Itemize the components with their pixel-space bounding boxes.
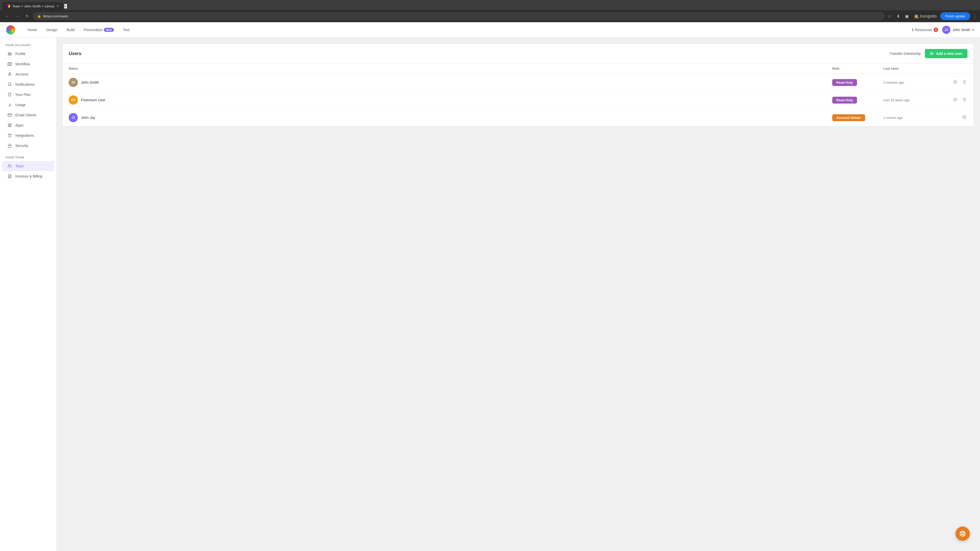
browser-nav: ← → ↻ 🔒 litmus.com/users ☆ ⬇ ▣ 🕵 Incogni…: [0, 10, 980, 22]
close-tab-button[interactable]: ✕: [56, 4, 59, 8]
main-content: Users Transfer Ownership Add a new user …: [56, 38, 980, 551]
col-actions: [947, 67, 967, 70]
avatar-john-smith: JS: [68, 78, 78, 87]
resources-button[interactable]: ℹ Resources 1: [912, 27, 938, 32]
finish-update-button[interactable]: Finish update: [940, 12, 970, 20]
sidebar-item-apps[interactable]: Apps: [2, 120, 54, 130]
address-bar[interactable]: 🔒 litmus.com/users: [33, 13, 884, 20]
sidebar-divider: [0, 151, 56, 156]
avatar-john-jay: JJ: [68, 113, 78, 122]
sidebar-item-team[interactable]: Team: [2, 161, 54, 171]
invoices-label: Invoices & Billing: [15, 174, 42, 178]
resources-count: 1: [934, 27, 938, 32]
file-icon: [7, 174, 12, 179]
user-menu[interactable]: JJ John Smith ▾: [942, 26, 974, 34]
role-badge-john-smith: Read-Only: [832, 79, 857, 86]
reload-button[interactable]: ↻: [24, 13, 31, 20]
delete-freemium[interactable]: [961, 97, 967, 103]
settings-john-smith[interactable]: [952, 79, 958, 86]
add-user-icon: [930, 52, 934, 56]
svg-rect-11: [8, 145, 11, 147]
app-logo[interactable]: [6, 25, 15, 35]
role-john-smith: Read-Only: [832, 79, 883, 86]
tab-bar: Team > John Smith > Litmus ✕ +: [0, 0, 980, 10]
user-name-john-smith: John Smith: [81, 80, 99, 84]
back-button[interactable]: ←: [3, 13, 11, 20]
nav-home[interactable]: Home: [24, 26, 41, 34]
tab-favicon: [6, 4, 10, 8]
user-name-john-jay: John Jay: [81, 116, 95, 120]
row-actions-john-jay: [947, 114, 967, 121]
sidebar-item-email-clients[interactable]: Email Clients: [2, 110, 54, 120]
user-info-john-jay: JJ John Jay: [68, 113, 832, 122]
split-view-button[interactable]: ▣: [904, 13, 910, 20]
camera-icon: [7, 51, 12, 56]
sidebar-item-your-plan[interactable]: Your Plan: [2, 89, 54, 100]
table-row: JJ John Jay Account Holder 1 minute ago: [62, 109, 974, 126]
download-button[interactable]: ⬇: [895, 13, 901, 20]
your-plan-label: Your Plan: [15, 93, 30, 97]
transfer-ownership-button[interactable]: Transfer Ownership: [889, 52, 921, 56]
account-label: Account: [15, 72, 28, 76]
new-tab-button[interactable]: +: [64, 4, 67, 9]
forward-button[interactable]: →: [13, 13, 21, 20]
role-freemium: Read-Only: [832, 97, 883, 103]
table-row: FU Freemium User Read-Only over 10 years…: [62, 91, 974, 109]
user-name-label: John Smith: [953, 28, 970, 32]
sidebar-item-security[interactable]: Security: [2, 141, 54, 151]
resources-label: Resources: [915, 28, 932, 32]
tab-title: Team > John Smith > Litmus: [12, 4, 54, 8]
mail-icon: [7, 113, 12, 118]
incognito-button[interactable]: 🕵 Incognito: [912, 13, 938, 20]
sidebar-item-usage[interactable]: Usage: [2, 100, 54, 110]
svg-point-19: [955, 99, 956, 100]
help-button[interactable]: [956, 527, 970, 541]
integrations-icon: [7, 133, 12, 138]
delete-john-smith[interactable]: [961, 79, 967, 86]
role-badge-john-jay: Account Holder: [832, 114, 865, 121]
integrations-label: Integrations: [15, 133, 34, 138]
more-options-button[interactable]: ⋮: [972, 14, 977, 19]
nav-build[interactable]: Build: [62, 26, 79, 34]
sidebar-item-workflow[interactable]: Workflow: [2, 59, 54, 69]
bell-icon: [7, 82, 12, 87]
person-icon: [7, 72, 12, 77]
col-name: Name: [68, 67, 832, 70]
col-role: Role: [832, 67, 883, 70]
panel-title: Users: [68, 51, 81, 56]
sidebar: YOUR ACCOUNT Profile Workflow Account No…: [0, 38, 56, 551]
profile-label: Profile: [15, 52, 25, 56]
lock-icon: [7, 143, 12, 148]
user-name-freemium: Freemium User: [81, 98, 105, 102]
svg-point-4: [9, 73, 10, 74]
nav-design[interactable]: Design: [42, 26, 62, 34]
sidebar-item-notifications[interactable]: Notifications: [2, 79, 54, 89]
svg-marker-9: [8, 124, 11, 125]
browser-chrome: Team > John Smith > Litmus ✕ + ← → ↻ 🔒 l…: [0, 0, 980, 22]
col-last-seen: Last seen: [883, 67, 947, 70]
bar-chart-icon: [7, 102, 12, 107]
user-menu-chevron: ▾: [972, 28, 974, 32]
user-info-john-smith: JS John Smith: [68, 78, 832, 87]
settings-freemium[interactable]: [952, 97, 958, 103]
sidebar-item-integrations[interactable]: Integrations: [2, 130, 54, 141]
svg-marker-10: [8, 134, 11, 135]
nav-personalize[interactable]: Personalize New: [80, 26, 118, 34]
nav-test[interactable]: Test: [119, 26, 134, 34]
svg-line-23: [961, 532, 962, 533]
sidebar-item-account[interactable]: Account: [2, 69, 54, 79]
sidebar-item-invoices[interactable]: Invoices & Billing: [2, 171, 54, 181]
info-icon: ℹ: [912, 28, 913, 32]
bookmark-button[interactable]: ☆: [886, 13, 893, 20]
settings-john-jay[interactable]: [961, 114, 967, 121]
row-actions-john-smith: [947, 79, 967, 86]
sidebar-item-profile[interactable]: Profile: [2, 49, 54, 59]
add-user-button[interactable]: Add a new user: [925, 49, 967, 58]
svg-point-20: [964, 117, 965, 118]
active-tab[interactable]: Team > John Smith > Litmus ✕: [2, 2, 63, 10]
svg-line-24: [963, 534, 964, 535]
users-table: Name Role Last seen JS John Smith Read-O…: [62, 64, 974, 126]
svg-marker-1: [8, 62, 12, 65]
layers-icon: [7, 123, 12, 128]
svg-line-26: [961, 534, 962, 535]
